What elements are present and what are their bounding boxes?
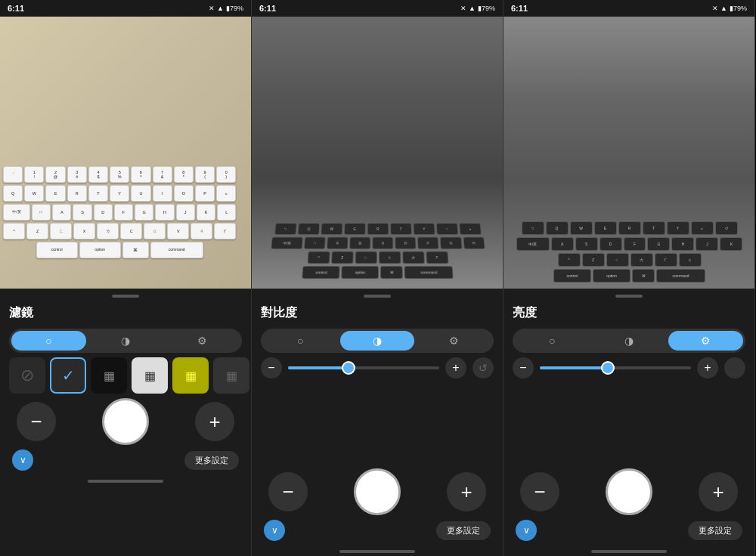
filter-none-icon: ⊘ <box>20 366 34 385</box>
status-time-2: 6:11 <box>259 4 276 13</box>
filter-check-icon: ✓ <box>62 366 75 385</box>
reset-icon-2: ↺ <box>479 362 488 374</box>
chevron-down-icon-1: ∨ <box>20 455 26 465</box>
plus-icon-3b: + <box>712 480 723 504</box>
keyboard-simulation-3: ㄅ Q W E R T Y « ↺ 中/英 A S D F G <box>516 221 743 283</box>
panel-contrast: 6:11 ✕ ▲ ▮79% ㄅ Q W E R T Y ㄒ « <box>252 0 503 556</box>
slider-thumb-3 <box>601 361 615 375</box>
tab-contrast-2[interactable]: ◑ <box>340 331 415 351</box>
panel-filter: 6:11 ✕ ▲ ▮79% ‵ 1! 2@ 3# 4$ 5% 6^ 7& 8* … <box>0 0 252 556</box>
filter-mesh-icon: ▦ <box>226 369 237 383</box>
decrease-button-2[interactable]: − <box>261 357 282 378</box>
home-indicator-1 <box>9 475 242 486</box>
tab-bar-2: ○ ◑ ⚙ <box>261 329 494 353</box>
shutter-button-3[interactable] <box>606 468 652 515</box>
slider-track-3[interactable] <box>540 366 691 369</box>
slider-fill-3 <box>540 366 608 369</box>
plus-button-2b[interactable]: + <box>447 472 486 511</box>
control-panel-3: 亮度 ○ ◑ ⚙ − + ↺ <box>503 289 754 556</box>
signal-icon-1: ✕ <box>209 5 215 12</box>
contrast-icon-2: ◑ <box>373 335 382 347</box>
tab-contrast-1[interactable]: ◑ <box>88 331 163 351</box>
plus-button-3b[interactable]: + <box>699 472 738 511</box>
increase-button-2[interactable]: + <box>445 357 466 378</box>
reset-button-2[interactable]: ↺ <box>472 357 494 378</box>
bottom-row-2: ∨ 更多設定 <box>261 520 494 541</box>
decrease-button-3[interactable]: − <box>513 357 534 378</box>
minus-button-1[interactable]: − <box>17 402 56 441</box>
panel-title-3: 亮度 <box>513 305 537 321</box>
status-icons-1: ✕ ▲ ▮79% <box>209 5 243 12</box>
shutter-button-2[interactable] <box>354 468 401 515</box>
plus-icon-1: + <box>209 410 220 434</box>
settings-icon-2: ⚙ <box>449 335 459 347</box>
wifi-icon-2: ▲ <box>469 5 476 12</box>
settings-icon-1: ⚙ <box>197 335 207 347</box>
status-bar-1: 6:11 ✕ ▲ ▮79% <box>0 0 251 17</box>
keyboard-simulation-1: ‵ 1! 2@ 3# 4$ 5% 6^ 7& 8* 9( 0) Q W E R … <box>0 17 239 261</box>
status-bar-2: 6:11 ✕ ▲ ▮79% <box>252 0 503 17</box>
filter-check[interactable]: ✓ <box>50 357 86 394</box>
camera-view-3: ㄅ Q W E R T Y « ↺ 中/英 A S D F G <box>503 17 755 289</box>
handle-bar-1 <box>112 295 139 298</box>
tab-filter-3[interactable]: ○ <box>515 331 590 351</box>
contrast-icon-3: ◑ <box>624 335 634 347</box>
keyboard-simulation-2: ㄅ Q W E R T Y ㄒ « 中/英 ㄇ A 女 S D <box>265 99 491 281</box>
tab-bar-3: ○ ◑ ⚙ <box>513 329 745 353</box>
signal-icon-2: ✕ <box>460 5 466 12</box>
filter-mesh[interactable]: ▦ <box>213 357 249 394</box>
slider-track-2[interactable] <box>288 366 439 369</box>
control-panel-1: 濾鏡 ○ ◑ ⚙ ⊘ ✓ ▦ ▦ <box>0 289 251 556</box>
contrast-icon-1: ◑ <box>121 335 130 347</box>
tab-bar-1: ○ ◑ ⚙ <box>9 329 242 353</box>
tab-filter-1[interactable]: ○ <box>11 331 86 351</box>
minus-icon-2b: − <box>282 480 293 504</box>
filter-yellow[interactable]: ▦ <box>172 357 209 394</box>
tab-settings-3[interactable]: ⚙ <box>668 331 743 351</box>
home-bar-3 <box>591 550 667 553</box>
more-settings-button-1[interactable]: 更多設定 <box>184 451 239 470</box>
reset-button-3[interactable]: ↺ <box>724 357 745 378</box>
minus-button-2b[interactable]: − <box>268 472 308 511</box>
bottom-row-1: ∨ 更多設定 <box>9 449 242 471</box>
slider-row-3: − + ↺ <box>513 357 745 378</box>
status-icons-2: ✕ ▲ ▮79% <box>460 5 495 12</box>
slider-thumb-2 <box>342 361 355 375</box>
more-settings-button-2[interactable]: 更多設定 <box>436 521 491 540</box>
filter-grid[interactable]: ▦ <box>132 357 168 394</box>
plus-icon-2: + <box>452 361 459 375</box>
expand-button-2[interactable]: ∨ <box>264 520 285 541</box>
signal-icon-3: ✕ <box>712 5 718 12</box>
tab-filter-2[interactable]: ○ <box>263 331 338 351</box>
minus-button-3b[interactable]: − <box>520 472 559 511</box>
home-indicator-2 <box>261 545 494 556</box>
minus-icon-2: − <box>268 361 274 375</box>
bottom-row-3: ∨ 更多設定 <box>513 520 745 541</box>
minus-icon-3: − <box>519 361 526 375</box>
slider-row-2: − + ↺ <box>261 357 494 378</box>
expand-button-1[interactable]: ∨ <box>12 449 33 471</box>
filter-icon-3: ○ <box>549 335 555 347</box>
tab-settings-2[interactable]: ⚙ <box>417 331 491 351</box>
tab-contrast-3[interactable]: ◑ <box>592 331 667 351</box>
more-settings-button-3[interactable]: 更多設定 <box>688 521 742 540</box>
main-controls-1: − + <box>9 398 242 445</box>
filter-grid-icon: ▦ <box>144 369 156 383</box>
filter-none[interactable]: ⊘ <box>9 357 45 394</box>
settings-icon-3: ⚙ <box>701 335 711 347</box>
increase-button-3[interactable]: + <box>697 357 718 378</box>
filter-row-1: ⊘ ✓ ▦ ▦ ▦ ▦ <box>9 357 242 394</box>
status-time-3: 6:11 <box>511 4 528 13</box>
handle-bar-3 <box>615 295 643 298</box>
shutter-button-1[interactable] <box>102 398 149 445</box>
handle-bar-2 <box>364 295 391 298</box>
filter-icon-2: ○ <box>297 335 303 347</box>
plus-button-1[interactable]: + <box>195 402 234 441</box>
home-bar-1 <box>88 480 163 483</box>
expand-button-3[interactable]: ∨ <box>516 520 537 541</box>
plus-icon-2b: + <box>460 480 472 504</box>
minus-icon-3b: − <box>534 480 545 504</box>
tab-settings-1[interactable]: ⚙ <box>165 331 240 351</box>
status-icons-3: ✕ ▲ ▮79% <box>712 5 747 12</box>
filter-dark[interactable]: ▦ <box>91 357 127 394</box>
